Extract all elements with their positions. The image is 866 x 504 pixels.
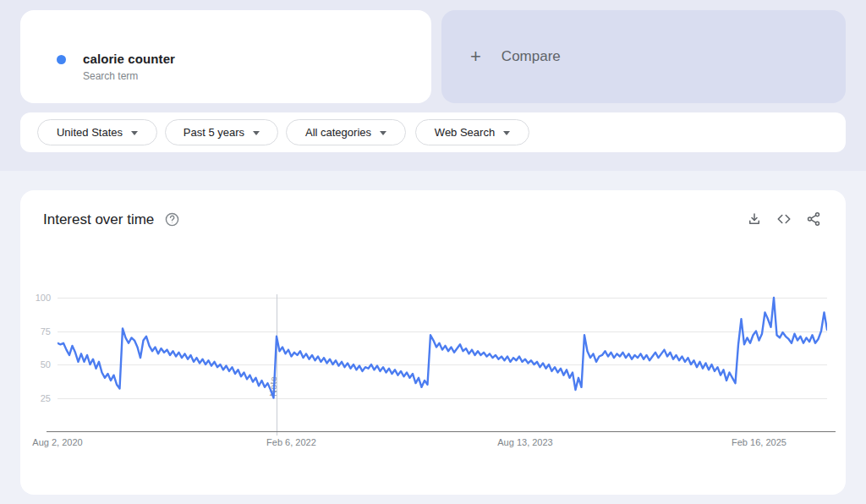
time-filter-label: Past 5 years <box>184 126 244 139</box>
time-filter-dropdown[interactable]: Past 5 years <box>165 119 278 145</box>
search-term-type-label: Search term <box>83 70 138 82</box>
x-axis-tick-label: Feb 16, 2025 <box>732 437 787 447</box>
query-header-section: calorie counter Search term + Compare Un… <box>0 0 866 171</box>
google-trends-explore-page: calorie counter Search term + Compare Un… <box>0 0 866 504</box>
help-icon[interactable] <box>165 212 179 227</box>
chevron-down-icon <box>253 131 260 135</box>
compare-label: Compare <box>502 48 561 65</box>
series-color-dot <box>57 55 66 64</box>
share-icon[interactable] <box>805 211 822 227</box>
search-type-filter-label: Web Search <box>435 126 495 139</box>
x-axis-tick-label: Aug 13, 2023 <box>497 437 552 447</box>
chevron-down-icon <box>131 131 138 135</box>
category-filter-label: All categories <box>305 126 371 139</box>
chevron-down-icon <box>380 131 386 135</box>
x-axis-tick-label: Feb 6, 2022 <box>266 437 316 447</box>
geo-filter-label: United States <box>57 126 123 139</box>
interest-over-time-card: Interest over time <box>20 190 846 495</box>
chevron-down-icon <box>503 131 510 135</box>
trend-line-series <box>58 292 827 434</box>
search-term-card[interactable]: calorie counter Search term <box>20 10 431 103</box>
plus-icon: + <box>470 47 481 66</box>
download-icon[interactable] <box>746 211 763 227</box>
geo-filter-dropdown[interactable]: United States <box>37 119 157 145</box>
x-axis-tick-label: Aug 2, 2020 <box>32 437 82 447</box>
y-axis-tick-label: 25 <box>22 393 51 403</box>
search-term-text: calorie counter <box>83 52 175 66</box>
category-filter-dropdown[interactable]: All categories <box>286 119 406 145</box>
section-title: Interest over time <box>43 211 154 228</box>
search-type-filter-dropdown[interactable]: Web Search <box>415 119 529 145</box>
line-chart-plot[interactable]: 255075100NoteAug 2, 2020Feb 6, 2022Aug 1… <box>58 292 827 434</box>
filter-bar: United States Past 5 years All categorie… <box>20 112 846 152</box>
y-axis-tick-label: 75 <box>22 326 51 337</box>
y-axis-tick-label: 100 <box>22 293 51 303</box>
y-axis-tick-label: 50 <box>22 359 51 370</box>
embed-icon[interactable] <box>776 211 792 227</box>
chart-actions <box>746 211 822 227</box>
compare-add-button[interactable]: + Compare <box>441 10 846 103</box>
